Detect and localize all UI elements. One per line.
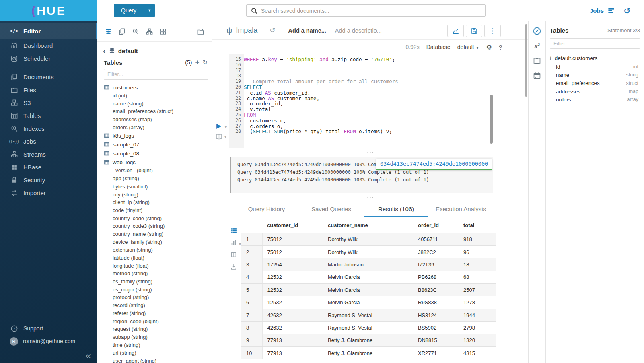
row-number[interactable]: 4 <box>241 271 262 283</box>
table-cell[interactable]: Melvin Garcia <box>323 296 413 309</box>
assist-column[interactable]: protocol (string) <box>104 293 210 301</box>
assist-filter-input[interactable] <box>104 69 208 80</box>
new-query-button[interactable]: Query ▼ <box>114 4 155 17</box>
resize-handle[interactable] <box>212 194 528 202</box>
jobs-link[interactable]: Jobs <box>590 7 615 15</box>
assist-column[interactable]: extension (string) <box>104 246 210 254</box>
table-cell[interactable]: 1944 <box>459 309 496 321</box>
column-header-order_id[interactable]: order_id <box>413 217 459 233</box>
right-panel-column[interactable]: idint <box>556 63 640 71</box>
assist-column[interactable]: _version_ (bigint) <box>104 167 210 175</box>
row-number[interactable]: 7 <box>241 309 262 321</box>
table-cell[interactable]: 17254 <box>262 258 323 271</box>
table-row[interactable]: 317254Martin JohnsonI72T3918 <box>241 258 496 271</box>
table-cell[interactable]: Dorothy Wilk <box>323 233 413 245</box>
assist-column[interactable]: longitude (float) <box>104 262 210 270</box>
tab-saved-queries[interactable]: Saved Queries <box>299 202 364 217</box>
sidebar-item-security[interactable]: Security <box>0 173 97 186</box>
chevron-left-icon[interactable]: ‹ <box>103 47 106 55</box>
assist-table-web_logs[interactable]: web_logs <box>104 158 210 167</box>
page-scrollbar[interactable] <box>525 24 527 97</box>
row-number[interactable]: 8 <box>241 322 262 334</box>
table-cell[interactable]: 2507 <box>459 284 496 296</box>
right-panel-column[interactable]: addressesmap <box>556 87 640 95</box>
column-header-customer_id[interactable]: customer_id <box>262 217 323 233</box>
assist-column[interactable]: request (string) <box>104 325 210 333</box>
sidebar-item-jobs[interactable]: ((●))Jobs <box>0 135 97 148</box>
add-table-icon[interactable]: + <box>195 58 199 66</box>
assist-column[interactable]: addresses (map) <box>104 116 210 124</box>
assist-column[interactable]: device_family (string) <box>104 238 210 246</box>
table-cell[interactable]: 12532 <box>262 296 323 309</box>
editor-scrollbar[interactable] <box>490 95 493 144</box>
assist-column[interactable]: orders (array) <box>104 124 210 132</box>
grid-view-icon[interactable] <box>230 227 237 234</box>
hue-logo[interactable]: (HUE <box>0 0 97 21</box>
compass-icon[interactable] <box>533 27 541 35</box>
assist-column[interactable]: id (int) <box>104 92 210 100</box>
assist-table-sample_08[interactable]: sample_08 <box>104 149 210 158</box>
chart-button[interactable] <box>447 25 464 37</box>
sidebar-item-documents[interactable]: Documents <box>0 70 97 83</box>
docs-book-icon[interactable]: ▼ <box>216 133 227 140</box>
assist-column[interactable]: city (string) <box>104 191 210 199</box>
assist-column[interactable]: client_ip (string) <box>104 198 210 206</box>
table-cell[interactable]: Betty J. Giambrone <box>323 347 413 359</box>
assist-column[interactable]: country_name (string) <box>104 230 210 238</box>
settings-gear-icon[interactable]: ⚙ <box>486 43 492 51</box>
columns-icon[interactable] <box>230 252 237 258</box>
table-cell[interactable]: Raymond S. Vestal <box>323 309 413 321</box>
table-row[interactable]: 842632Raymond S. VestalBS59022798 <box>241 322 496 334</box>
row-number[interactable]: 1 <box>241 233 262 245</box>
assist-column[interactable]: bytes (smallint) <box>104 183 210 191</box>
table-cell[interactable]: 12532 <box>262 271 323 283</box>
sitemap-icon[interactable] <box>145 27 154 36</box>
right-panel-column[interactable]: namestring <box>556 71 640 79</box>
table-cell[interactable]: 12532 <box>262 284 323 296</box>
table-row[interactable]: 1077913Betty J. GiambroneXR27714315 <box>241 347 496 359</box>
download-icon[interactable] <box>230 264 237 270</box>
zoom-in-icon[interactable] <box>132 27 140 36</box>
assist-column[interactable]: subapp (string) <box>104 333 210 341</box>
refresh-icon[interactable]: ↻ <box>202 59 208 66</box>
table-row[interactable]: 175012Dorothy Wilk4056711918 <box>241 233 496 245</box>
table-cell[interactable]: 77913 <box>262 347 323 359</box>
engine-selector[interactable]: ψ Impala <box>226 26 257 35</box>
table-cell[interactable]: 918 <box>459 233 496 245</box>
row-number[interactable]: 9 <box>241 334 262 346</box>
sidebar-item-editor[interactable]: </>Editor <box>0 23 97 39</box>
table-cell[interactable]: 42632 <box>262 309 323 321</box>
sidebar-item-hbase[interactable]: HBase <box>0 161 97 173</box>
table-cell[interactable]: 96 <box>459 245 496 258</box>
table-cell[interactable]: DN8815 <box>413 334 459 346</box>
calendar-icon[interactable] <box>533 71 541 80</box>
more-actions-button[interactable]: ⋮ <box>484 25 501 37</box>
table-cell[interactable]: Betty J. Giambrone <box>323 334 413 346</box>
sidebar-collapse-icon[interactable]: « <box>86 351 91 361</box>
execute-options-caret-icon[interactable]: ▼ <box>224 125 228 129</box>
sql-editor[interactable]: ▶ ▼ ▼ 1516171819202122232425262728 WHERE… <box>212 54 528 148</box>
assist-column[interactable]: region_code (bigint) <box>104 318 210 326</box>
editor-history-icon[interactable]: ↺ <box>270 26 275 35</box>
sidebar-item-support[interactable]: ? Support <box>0 322 97 335</box>
assist-column[interactable]: country_code (string) <box>104 214 210 223</box>
table-cell[interactable]: XR2771 <box>413 347 459 359</box>
sidebar-item-s3[interactable]: S3 <box>0 96 97 109</box>
tab-query-history[interactable]: Query History <box>234 202 299 217</box>
sidebar-item-dashboard[interactable]: Dashboard <box>0 39 97 52</box>
row-number[interactable]: 5 <box>241 284 262 296</box>
assist-table-customers[interactable]: customers <box>104 83 210 92</box>
assist-column[interactable]: record (string) <box>104 301 210 309</box>
table-cell[interactable]: B8623C <box>413 284 459 296</box>
info-icon[interactable]: i <box>550 55 551 61</box>
folder-documents-icon[interactable] <box>196 27 205 36</box>
query-history-icon[interactable]: ↺ <box>623 7 631 15</box>
table-cell[interactable]: 1278 <box>459 296 496 309</box>
table-cell[interactable]: HS3124 <box>413 309 459 321</box>
table-cell[interactable]: BS5902 <box>413 322 459 334</box>
book-icon[interactable] <box>533 56 541 65</box>
assist-column[interactable]: code (tinyint) <box>104 206 210 214</box>
table-cell[interactable]: I72T39 <box>413 258 459 271</box>
table-cell[interactable]: 42632 <box>262 322 323 334</box>
table-cell[interactable]: Raymond S. Vestal <box>323 322 413 334</box>
